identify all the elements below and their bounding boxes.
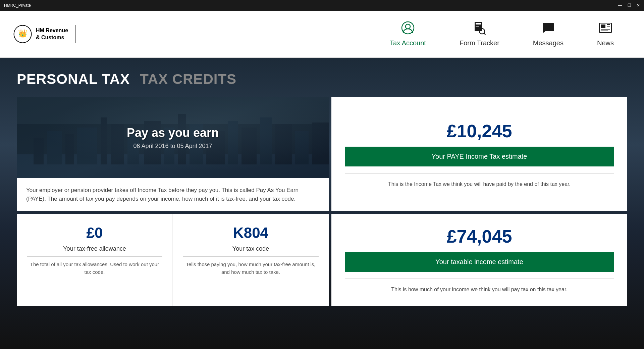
header: 👑 HM Revenue& Customs Tax Account (0, 11, 644, 58)
taxable-income-amount: £74,045 (446, 226, 512, 247)
form-tracker-icon (473, 21, 486, 37)
svg-rect-36 (312, 122, 329, 164)
nav-item-form-tracker[interactable]: Form Tracker (443, 18, 516, 50)
news-icon (599, 21, 612, 37)
svg-rect-33 (260, 117, 272, 164)
taxable-income-button[interactable]: Your taxable income estimate (345, 252, 614, 272)
taxable-income-description: This is how much of your income we think… (388, 286, 571, 294)
card-income-tax: £10,245 Your PAYE Income Tax estimate Th… (331, 97, 627, 211)
svg-rect-31 (228, 121, 238, 164)
income-tax-description: This is the Income Tax we think you will… (385, 180, 574, 188)
tax-free-label: Your tax-free allowance (63, 245, 126, 252)
income-tax-amount: £10,245 (446, 120, 512, 141)
card-tax-free-allowance: £0 Your tax-free allowance The total of … (17, 214, 173, 306)
tax-account-icon (401, 21, 415, 37)
main-content: PERSONAL TAX TAX CREDITS (0, 58, 644, 349)
titlebar-title: HMRC_Private (4, 3, 31, 8)
paye-body-text: Your employer or pension provider takes … (17, 178, 329, 211)
tab-tax-credits[interactable]: TAX CREDITS (140, 71, 236, 87)
svg-point-3 (406, 24, 410, 29)
svg-rect-21 (65, 134, 74, 164)
nav-item-news[interactable]: News (580, 18, 631, 50)
messages-icon (541, 21, 555, 37)
section-tabs: PERSONAL TAX TAX CREDITS (17, 71, 627, 87)
nav-label-news: News (597, 39, 614, 47)
close-button[interactable]: ✕ (637, 3, 640, 8)
main-nav: Tax Account Form Tracker (373, 18, 631, 50)
card-bottom-left: £0 Your tax-free allowance The total of … (17, 214, 329, 306)
tax-free-divider (27, 256, 162, 257)
svg-rect-7 (476, 26, 479, 27)
nav-item-tax-account[interactable]: Tax Account (373, 18, 443, 50)
svg-rect-35 (295, 131, 309, 164)
card-paye: Pay as you earn 06 April 2016 to 05 Apri… (17, 97, 329, 211)
titlebar: HMRC_Private — ❐ ✕ (0, 0, 644, 11)
nav-label-messages: Messages (533, 39, 564, 47)
svg-rect-32 (241, 128, 257, 164)
svg-rect-34 (275, 124, 292, 164)
svg-line-9 (484, 33, 486, 35)
tax-free-amount: £0 (87, 225, 103, 241)
titlebar-controls: — ❐ ✕ (618, 3, 640, 8)
paye-hero-image: Pay as you earn 06 April 2016 to 05 Apri… (17, 97, 329, 178)
restore-button[interactable]: ❐ (628, 3, 631, 8)
tax-code-description: Tells those paying you, how much your ta… (183, 261, 319, 276)
tab-personal-tax[interactable]: PERSONAL TAX (17, 71, 130, 87)
nav-label-form-tracker: Form Tracker (460, 39, 499, 47)
tax-code-label: Your tax code (232, 245, 269, 252)
svg-rect-23 (101, 117, 107, 164)
logo-text: HM Revenue& Customs (36, 27, 68, 41)
tax-free-description: The total of all your tax allowances. Us… (27, 261, 162, 276)
logo-area: 👑 HM Revenue& Customs (13, 25, 75, 43)
card-taxable-income: £74,045 Your taxable income estimate Thi… (331, 214, 627, 306)
nav-item-messages[interactable]: Messages (516, 18, 580, 50)
hmrc-logo-icon: 👑 (13, 25, 32, 43)
cards-grid: Pay as you earn 06 April 2016 to 05 Apri… (17, 97, 627, 306)
svg-rect-22 (77, 128, 97, 164)
tax-code-divider (183, 256, 319, 257)
content-area: PERSONAL TAX TAX CREDITS (0, 58, 644, 319)
svg-rect-11 (601, 24, 605, 28)
svg-rect-19 (34, 138, 44, 164)
tax-code-value: K804 (233, 225, 268, 241)
card-tax-code: K804 Your tax code Tells those paying yo… (173, 214, 329, 306)
svg-rect-20 (47, 131, 62, 164)
svg-rect-5 (476, 23, 481, 24)
svg-rect-6 (476, 24, 481, 25)
taxable-income-divider (345, 279, 614, 279)
paye-subtitle: 06 April 2016 to 05 April 2017 (133, 143, 212, 150)
svg-text:👑: 👑 (18, 29, 28, 38)
paye-title: Pay as you earn (127, 126, 219, 140)
income-tax-button[interactable]: Your PAYE Income Tax estimate (345, 147, 614, 166)
minimize-button[interactable]: — (618, 3, 622, 8)
nav-label-tax-account: Tax Account (390, 39, 426, 47)
svg-rect-24 (111, 124, 124, 164)
income-tax-divider (345, 173, 614, 173)
